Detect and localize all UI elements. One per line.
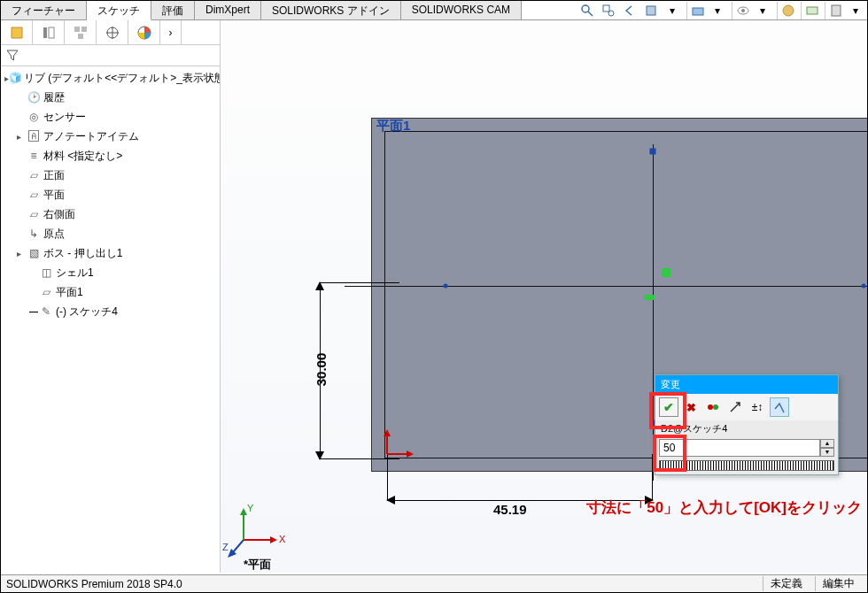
shell-icon: ◫ [38,266,54,279]
svg-point-3 [608,11,614,16]
tree-root[interactable]: ▸🧊リブ (デフォルト<<デフォルト>_表示状態 1>) [1,68,220,88]
tree-boss-extrude[interactable]: ▸▧ボス - 押し出し1 [1,243,220,263]
display-style-dropdown-icon[interactable]: ▾ [708,2,727,19]
tree-material[interactable]: ≡材料 <指定なし> [1,146,220,166]
section-view-icon[interactable] [641,2,661,19]
view-orientation-icon[interactable]: ▾ [663,2,682,19]
tree-origin[interactable]: ↳原点 [1,224,220,243]
display-manager-tab[interactable] [128,20,160,44]
history-icon: 🕑 [26,91,42,104]
axis-y-label: Y [247,503,254,513]
spinner-up-icon[interactable]: ▲ [820,439,834,448]
hide-show-dropdown-icon[interactable]: ▾ [753,2,772,19]
mark-dimension-button[interactable] [770,397,789,417]
rebuild-button[interactable] [703,397,723,417]
tree-top-plane[interactable]: ▱平面 [1,185,220,204]
annotation-instruction: 寸法に「50」と入力して[OK]をクリック [586,497,862,518]
constraint-marker[interactable] [644,295,655,300]
svg-point-8 [783,5,794,16]
viewport-plane-name: *平面 [244,557,271,573]
manager-tabs: › [1,20,220,45]
sketch-line-horizontal[interactable] [345,286,867,287]
tree-right-plane[interactable]: ▱右側面 [1,204,220,224]
sketch-endpoint[interactable] [650,149,656,155]
plane-icon: ▱ [38,286,54,298]
dimxpert-manager-tab[interactable] [97,20,128,44]
tab-cam[interactable]: SOLIDWORKS CAM [401,1,522,19]
svg-point-7 [741,9,745,12]
sketch-line-vertical[interactable] [653,144,654,481]
reverse-button[interactable] [725,397,745,417]
feature-manager-tab[interactable] [1,20,33,44]
svg-point-25 [713,404,718,410]
spin-increment-button[interactable]: ±↕ [748,397,767,417]
graphics-viewport[interactable]: 平面1 30.00 45.19 [221,20,867,573]
zoom-to-fit-icon[interactable] [577,2,597,19]
heads-up-view-toolbar: ▾ ▾ ▾ ▾ [577,1,865,20]
thumbwheel-slider[interactable] [659,460,834,471]
svg-marker-27 [270,536,277,543]
dialog-title: 変更 [655,375,838,394]
tab-addins[interactable]: SOLIDWORKS アドイン [261,1,401,19]
status-editing: 編集中 [815,576,862,591]
value-spinner[interactable]: ▲▼ [820,439,834,457]
svg-line-30 [233,540,244,552]
dimension-vertical[interactable]: 30.00 [309,282,330,459]
svg-marker-21 [407,451,414,458]
svg-rect-9 [807,7,818,14]
modify-dimension-dialog: 変更 ✔ ✖ ±↕ D2@スケッチ4 ▲▼ [655,374,839,475]
hide-show-icon[interactable] [732,2,751,19]
tree-sketch4[interactable]: —✎(-) スケッチ4 [1,302,220,321]
tree-plane1[interactable]: ▱平面1 [1,282,220,302]
configuration-manager-tab[interactable] [65,20,97,44]
previous-view-icon[interactable] [620,2,639,19]
plane-icon: ▱ [26,169,42,181]
spinner-down-icon[interactable]: ▼ [820,448,834,457]
svg-rect-5 [693,8,703,15]
ok-button[interactable]: ✔ [659,397,678,417]
view-settings-icon[interactable] [825,2,844,19]
sketch-point[interactable] [444,284,448,289]
part-icon: 🧊 [9,72,22,84]
tree-filter-bar[interactable] [1,45,220,66]
tab-sketch[interactable]: スケッチ [87,1,151,20]
display-style-icon[interactable] [686,2,706,19]
constraint-marker[interactable] [662,268,670,277]
dimension-value-input[interactable] [659,439,820,457]
tab-features[interactable]: フィーチャー [1,1,87,19]
sketch-icon: ✎ [38,305,54,318]
plane-icon: ▱ [26,189,42,201]
apply-scene-icon[interactable] [801,2,820,19]
tree-annotations[interactable]: ▸🄰アノテートアイテム [1,127,220,146]
feature-tree: ▸🧊リブ (デフォルト<<デフォルト>_表示状態 1>) 🕑履歴 ◎センサー ▸… [1,66,220,573]
tree-sensors[interactable]: ◎センサー [1,107,220,127]
zoom-to-area-icon[interactable] [599,2,618,19]
more-manager-tabs[interactable]: › [160,20,182,44]
edit-appearance-icon[interactable] [777,2,796,19]
tree-shell[interactable]: ◫シェル1 [1,263,220,282]
plane-icon: ▱ [26,208,42,220]
tree-history[interactable]: 🕑履歴 [1,88,220,107]
sketch-point[interactable] [862,284,866,289]
tab-dimxpert[interactable]: DimXpert [195,1,261,19]
svg-marker-29 [240,508,247,515]
svg-rect-11 [43,27,47,38]
feature-manager-panel: › ▸🧊リブ (デフォルト<<デフォルト>_表示状態 1>) 🕑履歴 ◎センサー… [1,20,221,573]
svg-rect-14 [81,27,87,32]
svg-rect-2 [603,5,609,12]
dimension-value: 30.00 [314,353,329,387]
material-icon: ≡ [26,150,42,162]
product-label: SOLIDWORKS Premium 2018 SP4.0 [6,578,182,590]
view-settings-dropdown-icon[interactable]: ▾ [846,2,865,19]
svg-rect-10 [832,5,841,16]
annotation-icon: 🄰 [26,130,42,142]
cancel-button[interactable]: ✖ [681,397,701,417]
dimension-value: 45.19 [493,502,527,517]
svg-line-1 [588,12,593,16]
origin-icon: ↳ [26,227,42,240]
funnel-icon [6,50,19,62]
property-manager-tab[interactable] [33,20,65,44]
tree-front-plane[interactable]: ▱正面 [1,166,220,185]
svg-rect-13 [74,27,80,32]
tab-evaluate[interactable]: 評価 [151,1,195,19]
